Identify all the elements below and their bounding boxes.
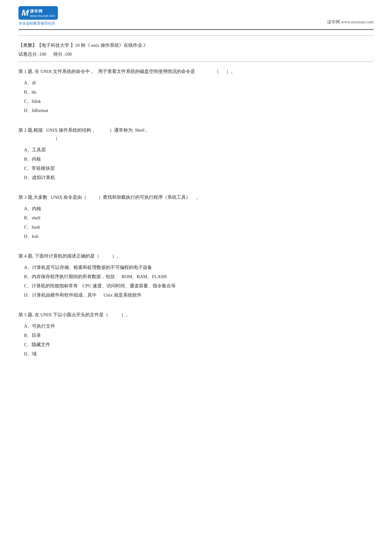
q3-option-a: A、内核	[24, 204, 374, 213]
question-3-options: A、内核 B、shell C、bash D、ksh	[24, 204, 374, 241]
q3-option-d: D、ksh	[24, 232, 374, 241]
logo-text-block: 课学网 www.mouxue.com	[30, 9, 55, 18]
logo-slogan: 专业远程教育辅导社区	[18, 21, 55, 26]
q2-option-a: A、工具层	[24, 145, 374, 154]
q3-option-b: B、shell	[24, 213, 374, 222]
content-divider	[18, 62, 374, 62]
logo-box: M 课学网 www.mouxue.com	[18, 6, 58, 20]
q1-option-c: C、fdisk	[24, 97, 374, 106]
question-4-options: A、计算机是可以存储、检索和处理数据的不可编程的电子设备 B、内存保存程序执行期…	[24, 263, 374, 300]
q5-option-b: B、目录	[24, 331, 374, 340]
question-4: 第 4 题, 下面对计算机的描述正确的是（ ）。 A、计算机是可以存储、检索和处…	[18, 252, 374, 300]
q5-option-a: A、可执行文件	[24, 321, 374, 331]
question-4-stem: 第 4 题, 下面对计算机的描述正确的是（ ）。	[18, 252, 374, 260]
question-5-stem: 第 5 题, 在 UNIX 下以小圆点开头的文件是（ ）。	[18, 311, 374, 319]
question-1-options: A、df B、du C、fdisk D、fdformat	[24, 78, 374, 115]
q2-option-b: B、内核	[24, 154, 374, 164]
logo-url: www.mouxue.com	[30, 14, 55, 18]
q1-option-a: A、df	[24, 78, 374, 87]
question-3: 第 3 题,大多数 UNIX 命令是由（ ）查找和加载执行的可执行程序（系统工具…	[18, 193, 374, 241]
q4-option-b: B、内存保存程序执行期间的所有数据，包括 ROM、RAM、FLASH	[24, 272, 374, 281]
question-5-options: A、可执行文件 B、目录 C、隐藏文件 D、域	[24, 321, 374, 358]
logo-m-icon: M	[22, 8, 29, 18]
got-score-label: 得分 :100	[53, 52, 72, 57]
q5-option-d: D、域	[24, 349, 374, 358]
q2-option-c: C、常驻模块层	[24, 164, 374, 173]
total-score-label: 试卷总分 :100	[18, 52, 46, 57]
exam-header: 【奥鹏】【电子科技大学 】18 秋《 unix 操作系统》在线作业 2 试卷总分…	[18, 41, 374, 58]
q4-option-d: D、计算机由硬件和软件组成，其中 Unix 就是系统软件	[24, 290, 374, 300]
header: M 课学网 www.mouxue.com 专业远程教育辅导社区 谋学网 www.…	[18, 6, 374, 30]
q1-option-d: D、fdformat	[24, 106, 374, 115]
question-2-options: A、工具层 B、内核 C、常驻模块层 D、虚拟计算机	[24, 145, 374, 182]
page-container: M 课学网 www.mouxue.com 专业远程教育辅导社区 谋学网 www.…	[0, 0, 392, 555]
question-1-stem: 第 1 题, 在 UNIX 文件系统的命令中， 用于查看文件系统的磁盘空间使用情…	[18, 67, 374, 76]
q2-option-d: D、虚拟计算机	[24, 173, 374, 182]
score-row: 试卷总分 :100 得分 :100	[18, 50, 374, 58]
q5-option-c: C、隐藏文件	[24, 340, 374, 349]
q4-option-c: C、计算机的性能指标常有 CPU 速度、访问时间、通道容量、指令集合等	[24, 281, 374, 290]
header-divider	[18, 35, 374, 36]
q1-option-b: B、du	[24, 87, 374, 97]
logo-site-name: 课学网	[30, 9, 55, 14]
question-1: 第 1 题, 在 UNIX 文件系统的命令中， 用于查看文件系统的磁盘空间使用情…	[18, 67, 374, 115]
logo-area: M 课学网 www.mouxue.com 专业远程教育辅导社区	[18, 6, 58, 26]
question-5: 第 5 题, 在 UNIX 下以小圆点开头的文件是（ ）。 A、可执行文件 B、…	[18, 311, 374, 358]
question-3-stem: 第 3 题,大多数 UNIX 命令是由（ ）查找和加载执行的可执行程序（系统工具…	[18, 193, 374, 202]
question-2-stem: 第 2 题,根据 UNIX 操作系统的结构， ）通常称为 Shell 。 （	[18, 126, 374, 143]
header-right: 谋学网 www.mouxue.com	[327, 19, 374, 26]
question-2: 第 2 题,根据 UNIX 操作系统的结构， ）通常称为 Shell 。 （ A…	[18, 126, 374, 182]
exam-title: 【奥鹏】【电子科技大学 】18 秋《 unix 操作系统》在线作业 2	[18, 41, 374, 50]
q4-option-a: A、计算机是可以存储、检索和处理数据的不可编程的电子设备	[24, 263, 374, 272]
q3-option-c: C、bash	[24, 222, 374, 232]
